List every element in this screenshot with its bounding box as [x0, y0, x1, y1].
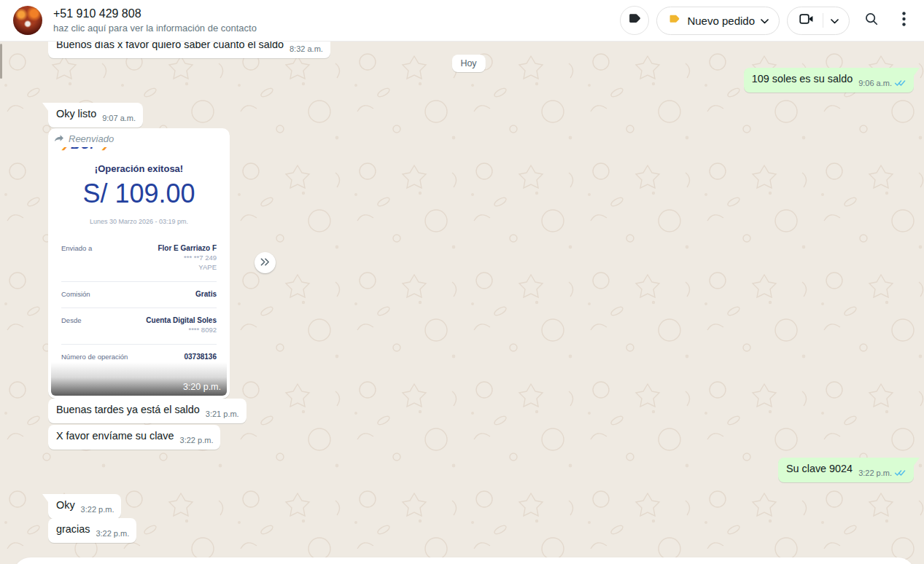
- read-ticks-icon: [894, 466, 906, 480]
- message-row: Buenas tardes ya está el saldo3:21 p.m.: [48, 399, 246, 423]
- menu-button[interactable]: [893, 6, 914, 35]
- chevron-down-icon[interactable]: [831, 14, 839, 27]
- message-text: gracias: [56, 523, 90, 535]
- left-scrollbar-thumb[interactable]: [0, 44, 2, 79]
- forward-message-button[interactable]: [255, 252, 276, 273]
- message-text: X favor envíame su clave: [56, 430, 174, 442]
- read-ticks-icon: [894, 77, 906, 90]
- forward-icon: [54, 133, 65, 144]
- search-button[interactable]: [857, 6, 886, 35]
- image-time-overlay: 3:20 p.m.: [51, 362, 227, 396]
- message-row: 109 soles es su saldo9:06 a.m.: [744, 68, 914, 93]
- video-camera-icon: [798, 10, 815, 31]
- incoming-message-bubble[interactable]: Oky listo9:07 a.m.: [48, 103, 143, 128]
- message-time: 9:06 a.m.: [858, 77, 892, 90]
- contact-subtitle: haz clic aquí para ver la información de…: [53, 23, 257, 34]
- message-panel: Buenos días x favor quiero saber cuanto …: [0, 42, 924, 564]
- video-call-button[interactable]: [787, 7, 850, 35]
- bcp-logo-text: BCP: [71, 147, 99, 152]
- message-time: 8:32 a.m.: [290, 42, 323, 56]
- outgoing-message-bubble[interactable]: 109 soles es su saldo9:06 a.m.: [744, 68, 914, 93]
- message-text: Oky: [56, 499, 75, 511]
- message-text: Buenos días x favor quiero saber cuanto …: [56, 42, 284, 50]
- receipt-sub-value: YAPE: [158, 262, 217, 272]
- incoming-image-bubble[interactable]: Reenviado ❯BCP❯ ¡Operación exitosa! S/ 1…: [48, 128, 230, 399]
- receipt-row-fee: Comisión Gratis: [61, 289, 217, 299]
- forwarded-label-row: Reenviado: [51, 132, 227, 147]
- video-call-divider: [823, 13, 823, 28]
- dark-tag-icon: [626, 11, 642, 30]
- receipt-image[interactable]: ❯BCP❯ ¡Operación exitosa! S/ 109.00 Lune…: [51, 147, 227, 396]
- receipt-divider: [61, 308, 217, 308]
- receipt-title: ¡Operación exitosa!: [51, 163, 227, 174]
- message-row: Reenviado ❯BCP❯ ¡Operación exitosa! S/ 1…: [48, 128, 230, 399]
- kebab-menu-icon: [902, 12, 906, 29]
- bcp-logo-arrow: ❯: [61, 147, 69, 150]
- bcp-logo-clipped: ❯BCP❯: [61, 147, 112, 155]
- bcp-logo-arrow: ❯: [101, 147, 109, 150]
- new-order-label: Nuevo pedido: [687, 15, 755, 27]
- new-order-button[interactable]: Nuevo pedido: [656, 7, 780, 35]
- contact-avatar[interactable]: [13, 6, 42, 35]
- receipt-datetime: Lunes 30 Marzo 2026 - 03:19 pm.: [51, 218, 227, 225]
- incoming-message-bubble[interactable]: Oky3:22 p.m.: [48, 494, 121, 519]
- message-time: 3:20 p.m.: [183, 382, 221, 392]
- message-row: X favor envíame su clave3:22 p.m.: [48, 425, 220, 450]
- message-time: 9:07 a.m.: [102, 111, 136, 125]
- forwarded-label: Reenviado: [69, 133, 114, 144]
- forward-icon: [259, 256, 271, 270]
- order-labels-button[interactable]: [620, 6, 649, 35]
- receipt-amount: S/ 109.00: [51, 179, 227, 208]
- receipt-divider: [61, 281, 217, 282]
- contact-info-button[interactable]: +51 910 429 808 haz clic aquí para ver l…: [13, 6, 620, 35]
- header-actions: Nuevo pedido: [620, 6, 914, 35]
- receipt-row-operation-number: Número de operación 03738136: [61, 352, 217, 361]
- search-icon: [863, 11, 880, 30]
- incoming-message-bubble[interactable]: Buenas tardes ya está el saldo3:21 p.m.: [48, 399, 246, 423]
- incoming-message-bubble[interactable]: gracias3:22 p.m.: [48, 518, 136, 543]
- message-compose-bar[interactable]: [13, 557, 915, 564]
- message-time: 3:22 p.m.: [180, 434, 214, 447]
- message-row: Oky3:22 p.m.: [48, 494, 121, 519]
- receipt-row-from: Desde Cuenta Digital Soles **** 8092: [61, 316, 217, 334]
- receipt-sub-value: **** 8092: [146, 325, 217, 334]
- receipt-divider: [61, 344, 217, 345]
- incoming-message-bubble[interactable]: Buenos días x favor quiero saber cuanto …: [48, 42, 330, 58]
- contact-phone-title: +51 910 429 808: [53, 7, 257, 20]
- outgoing-message-bubble[interactable]: Su clave 90243:22 p.m.: [778, 458, 914, 482]
- chevron-down-icon: [761, 14, 769, 27]
- message-time: 3:22 p.m.: [858, 466, 892, 480]
- receipt-value: Cuenta Digital Soles: [146, 316, 217, 325]
- message-text: Oky listo: [56, 108, 96, 120]
- message-row: gracias3:22 p.m.: [48, 518, 136, 543]
- chat-header: +51 910 429 808 haz clic aquí para ver l…: [0, 0, 924, 42]
- receipt-value: Flor E Garriazo F: [158, 243, 217, 253]
- receipt-sub-value: *** **7 249: [158, 253, 217, 262]
- whatsapp-chat-window: +51 910 429 808 haz clic aquí para ver l…: [0, 0, 924, 564]
- message-text: 109 soles es su saldo: [752, 73, 853, 85]
- message-row: Buenos días x favor quiero saber cuanto …: [48, 42, 330, 58]
- message-time: 3:21 p.m.: [206, 407, 239, 421]
- receipt-value: 03738136: [185, 352, 217, 361]
- incoming-message-bubble[interactable]: X favor envíame su clave3:22 p.m.: [48, 425, 220, 450]
- message-row: Su clave 90243:22 p.m.: [778, 458, 914, 482]
- receipt-value: Gratis: [195, 289, 217, 299]
- message-time: 3:22 p.m.: [96, 527, 129, 541]
- message-time: 3:22 p.m.: [81, 503, 114, 517]
- receipt-row-sent-to: Enviado a Flor E Garriazo F *** **7 249 …: [61, 243, 217, 272]
- date-divider: Hoy: [451, 55, 485, 72]
- yellow-tag-icon: [667, 12, 681, 29]
- message-text: Buenas tardes ya está el saldo: [56, 404, 200, 415]
- message-row: Oky listo9:07 a.m.: [48, 103, 143, 128]
- message-text: Su clave 9024: [786, 463, 853, 474]
